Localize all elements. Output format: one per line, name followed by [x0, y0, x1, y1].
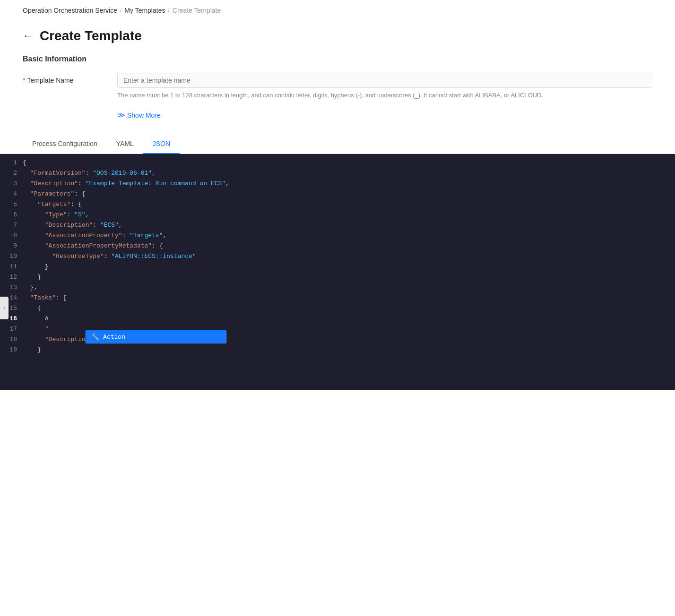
tab-json[interactable]: JSON — [143, 134, 180, 154]
back-button[interactable]: ← — [23, 30, 33, 42]
show-more-button[interactable]: ≫ Show More — [117, 111, 161, 119]
code-line-10: "ResourceType": "ALIYUN::ECS::Instance" — [23, 251, 667, 262]
code-line-4: "Parameters": { — [23, 189, 667, 199]
section-basic-info: Basic Information — [0, 55, 675, 73]
show-more-label: Show More — [127, 111, 161, 119]
code-editor: 1 2 3 4 5 6 7 8 9 10 11 12 13 14 15 16 1… — [0, 154, 675, 390]
code-line-13: }, — [23, 282, 667, 293]
label-text: Template Name — [27, 77, 73, 84]
template-name-label: * Template Name — [23, 73, 117, 84]
breadcrumb-sep-2: / — [168, 7, 169, 14]
ln-5: 5 — [8, 199, 17, 210]
breadcrumb-my-templates[interactable]: My Templates — [124, 7, 165, 14]
code-line-16: A — [23, 314, 667, 324]
ln-3: 3 — [8, 179, 17, 189]
ln-6: 6 — [8, 210, 17, 220]
code-line-8: "AssociationProperty": "Targets", — [23, 231, 667, 241]
ln-8: 8 — [8, 231, 17, 241]
code-line-3: "Description": "Example Template: Run co… — [23, 179, 667, 189]
autocomplete-action-label: Action — [103, 333, 125, 340]
code-line-15: { — [23, 303, 667, 314]
autocomplete-popup[interactable]: 🔧 Action — [85, 330, 227, 344]
template-name-row: * Template Name The name must be 1 to 12… — [23, 73, 652, 100]
template-name-hint: The name must be 1 to 128 characters in … — [117, 91, 652, 100]
breadcrumb-service[interactable]: Operation Orchestration Service — [23, 7, 117, 14]
code-line-11: } — [23, 262, 667, 272]
ln-2: 2 — [8, 168, 17, 179]
autocomplete-item-action[interactable]: 🔧 Action — [86, 330, 226, 343]
code-line-6: "Type": "S", — [23, 210, 667, 220]
chevron-left-icon: ‹ — [3, 305, 5, 311]
sidebar-toggle[interactable]: ‹ — [0, 297, 9, 319]
ln-10: 10 — [8, 251, 17, 262]
code-line-12: } — [23, 272, 667, 282]
code-lines[interactable]: { "FormatVersion": "OOS-2019-06-01", "De… — [23, 158, 675, 355]
tabs-bar: Process Configuration YAML JSON — [0, 134, 675, 154]
ln-7: 7 — [8, 220, 17, 231]
code-line-7: "Description": "ECS", — [23, 220, 667, 231]
template-name-input-wrap: The name must be 1 to 128 characters in … — [117, 73, 652, 100]
page-header: ← Create Template — [0, 21, 675, 55]
ln-9: 9 — [8, 241, 17, 251]
wrench-icon: 🔧 — [91, 333, 99, 341]
ln-4: 4 — [8, 189, 17, 199]
show-more-wrap: ≫ Show More — [23, 104, 652, 130]
ln-18: 18 — [8, 334, 17, 345]
breadcrumb: Operation Orchestration Service / My Tem… — [0, 0, 675, 21]
required-indicator: * — [23, 77, 25, 84]
code-line-2: "FormatVersion": "OOS-2019-06-01", — [23, 168, 667, 179]
code-line-9: "AssociationPropertyMetadata": { — [23, 241, 667, 251]
tab-process-config[interactable]: Process Configuration — [23, 134, 107, 154]
ln-12: 12 — [8, 272, 17, 282]
ln-1: 1 — [8, 158, 17, 168]
ln-14: 14 — [8, 293, 17, 303]
ln-16: 16 — [8, 314, 17, 324]
code-line-5: "targets": { — [23, 199, 667, 210]
ln-17: 17 — [8, 324, 17, 334]
ln-11: 11 — [8, 262, 17, 272]
line-numbers: 1 2 3 4 5 6 7 8 9 10 11 12 13 14 15 16 1… — [0, 158, 23, 355]
editor-inner: 1 2 3 4 5 6 7 8 9 10 11 12 13 14 15 16 1… — [0, 154, 675, 359]
code-line-19: } — [23, 345, 667, 355]
template-name-input[interactable] — [117, 73, 652, 88]
breadcrumb-current: Create Template — [173, 7, 221, 14]
tab-yaml[interactable]: YAML — [107, 134, 143, 154]
code-line-1: { — [23, 158, 667, 168]
show-more-icon: ≫ — [117, 111, 125, 119]
ln-19: 19 — [8, 345, 17, 355]
form-area: * Template Name The name must be 1 to 12… — [0, 73, 675, 130]
code-line-14: "Tasks": [ — [23, 293, 667, 303]
ln-15: 15 — [8, 303, 17, 314]
ln-13: 13 — [8, 282, 17, 293]
page-title: Create Template — [40, 28, 142, 43]
breadcrumb-sep-1: / — [120, 7, 121, 14]
